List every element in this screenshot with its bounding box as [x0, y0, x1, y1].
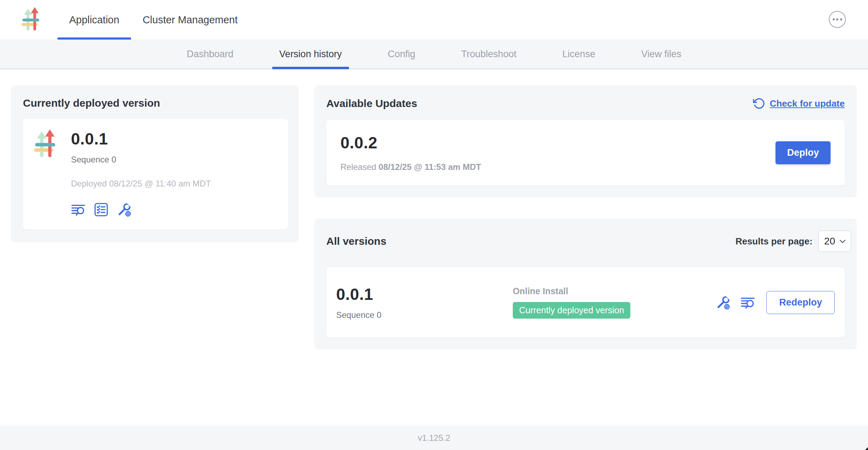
- available-updates-card: Available Updates Check for update 0.0.2…: [314, 85, 857, 197]
- tab-application-label: Application: [69, 14, 119, 26]
- update-version-number: 0.0.2: [340, 133, 481, 152]
- version-row: 0.0.1 Sequence 0 Online Install Currentl…: [326, 267, 845, 337]
- tab-config[interactable]: Config: [381, 40, 422, 69]
- screen-corner-artifact: [864, 447, 868, 450]
- refresh-icon: [753, 97, 766, 110]
- tab-dashboard[interactable]: Dashboard: [180, 40, 240, 69]
- currently-deployed-title: Currently deployed version: [23, 97, 288, 109]
- view-logs-icon: [741, 295, 755, 310]
- tab-cluster-management-label: Cluster Management: [143, 14, 238, 26]
- tab-version-history[interactable]: Version history: [272, 40, 349, 69]
- row-view-logs-button[interactable]: [741, 295, 755, 310]
- row-sequence: Sequence 0: [336, 310, 513, 320]
- all-versions-title: All versions: [326, 235, 386, 247]
- view-logs-icon: [71, 202, 85, 217]
- preflight-checks-button[interactable]: [94, 202, 108, 217]
- primary-tabs: Application Cluster Management: [58, 0, 249, 40]
- deploy-button[interactable]: Deploy: [775, 141, 831, 164]
- version-history-page: Currently deployed version 0.0.1 Sequenc…: [0, 69, 868, 426]
- right-column: Available Updates Check for update 0.0.2…: [314, 85, 857, 349]
- tab-cluster-management[interactable]: Cluster Management: [131, 0, 249, 40]
- edit-config-button[interactable]: [117, 202, 132, 217]
- view-logs-button[interactable]: [71, 202, 85, 217]
- tab-license[interactable]: License: [555, 40, 602, 69]
- install-type: Online Install: [513, 286, 630, 296]
- results-per-page-label: Results per page:: [736, 236, 813, 247]
- currently-deployed-card: Currently deployed version 0.0.1 Sequenc…: [11, 85, 299, 242]
- available-updates-title: Available Updates: [326, 97, 417, 109]
- tab-troubleshoot[interactable]: Troubleshoot: [454, 40, 524, 69]
- wrench-gear-icon: [716, 295, 731, 310]
- wrench-gear-icon: [117, 202, 132, 217]
- row-edit-config-button[interactable]: [716, 295, 731, 310]
- all-versions-card: All versions Results per page: 20 0.0.1 …: [314, 219, 857, 349]
- console-version: v1.125.2: [418, 433, 450, 443]
- deployed-version-actions: [71, 202, 211, 217]
- chevron-down-icon: [839, 239, 846, 244]
- overflow-menu-button[interactable]: [829, 11, 846, 28]
- app-icon: [34, 129, 58, 160]
- redeploy-button[interactable]: Redeploy: [766, 291, 835, 314]
- footer: v1.125.2: [0, 426, 868, 450]
- primary-navbar: Application Cluster Management: [0, 0, 868, 40]
- tab-view-files[interactable]: View files: [634, 40, 689, 69]
- status-badge: Currently deployed version: [513, 302, 630, 319]
- deployed-sequence: Sequence 0: [71, 155, 211, 165]
- arrows-logo-icon: [21, 7, 42, 33]
- app-subnav: Dashboard Version history Config Trouble…: [0, 40, 868, 69]
- deployed-timestamp: Deployed 08/12/25 @ 11:40 am MDT: [71, 179, 211, 189]
- tab-application[interactable]: Application: [58, 0, 131, 40]
- deployed-version-card: 0.0.1 Sequence 0 Deployed 08/12/25 @ 11:…: [23, 119, 288, 230]
- deployed-version-number: 0.0.1: [71, 129, 211, 148]
- preflight-checks-icon: [94, 202, 108, 217]
- ellipsis-icon: [833, 18, 835, 20]
- update-row: 0.0.2 Released 08/12/25 @ 11:53 am MDT D…: [326, 120, 845, 185]
- update-released-timestamp: Released 08/12/25 @ 11:53 am MDT: [340, 162, 481, 172]
- results-per-page-select[interactable]: 20: [818, 231, 851, 252]
- row-actions: Redeploy: [716, 291, 835, 314]
- app-logo: [21, 0, 42, 40]
- row-version-number: 0.0.1: [336, 285, 513, 304]
- check-for-update-link[interactable]: Check for update: [753, 97, 845, 110]
